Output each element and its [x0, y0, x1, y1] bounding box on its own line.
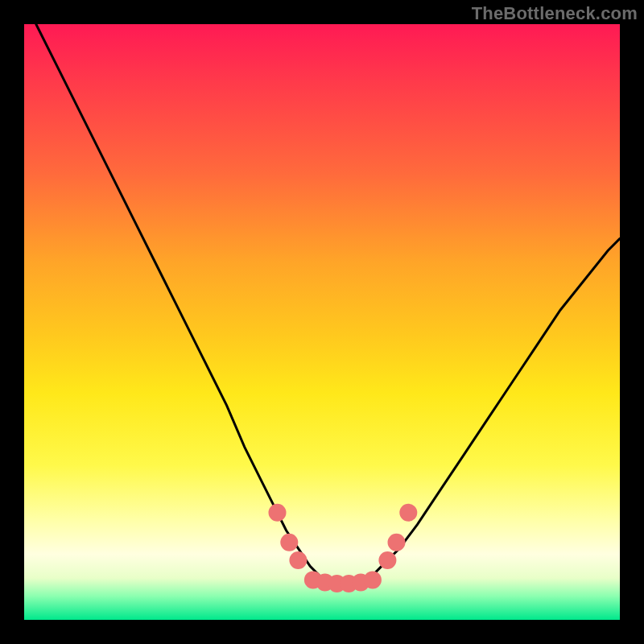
watermark-text: TheBottleneck.com — [472, 3, 638, 24]
highlighted-points — [269, 504, 418, 592]
chart-svg — [24, 24, 620, 620]
chart-frame: TheBottleneck.com — [0, 0, 644, 644]
marker-point — [399, 504, 417, 522]
marker-point — [388, 534, 406, 551]
plot-area — [24, 24, 620, 620]
marker-point — [378, 551, 396, 569]
marker-point — [269, 504, 287, 522]
marker-point — [280, 534, 298, 551]
marker-point — [289, 551, 307, 569]
bottleneck-curve — [36, 24, 620, 584]
marker-point — [364, 571, 382, 588]
